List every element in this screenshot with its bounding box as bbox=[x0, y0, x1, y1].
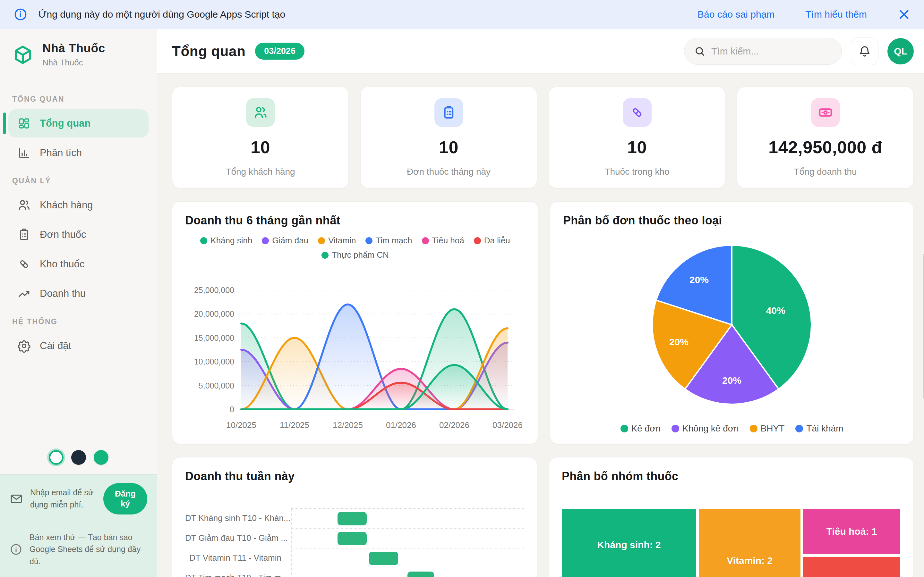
treemap-cell: Vitamin: 2 bbox=[699, 509, 800, 577]
sidebar-item-kho-thuốc[interactable]: Kho thuốc bbox=[8, 250, 149, 278]
legend-dot bbox=[318, 237, 325, 244]
stat-card: 10Tổng khách hàng bbox=[172, 87, 349, 189]
close-icon bbox=[898, 8, 911, 21]
sidebar-item-cài-đặt[interactable]: Cài đặt bbox=[8, 332, 149, 360]
rx-type-pie-card: Phân bố đơn thuốc theo loại 40%20%20%20%… bbox=[550, 201, 914, 444]
trend-up-icon bbox=[17, 287, 31, 300]
sidebar-item-tổng-quan[interactable]: Tổng quan bbox=[8, 109, 149, 137]
sidebar-item-label: Đơn thuốc bbox=[40, 229, 86, 240]
legend-item[interactable]: Giảm đau bbox=[262, 235, 309, 245]
stat-value: 10 bbox=[250, 137, 270, 157]
legend-item[interactable]: Tái khám bbox=[795, 424, 843, 434]
legend-item[interactable]: Tiêu hoá bbox=[422, 235, 464, 245]
signup-button[interactable]: Đăng ký bbox=[103, 483, 147, 514]
nav-section-label: QUẢN LÝ bbox=[12, 177, 145, 185]
timeline-row-label: DT Giảm đau T10 - Giảm ... bbox=[185, 533, 291, 543]
search-input[interactable] bbox=[711, 46, 832, 57]
sidebar-item-label: Cài đặt bbox=[40, 340, 71, 351]
gear-icon bbox=[17, 339, 31, 353]
svg-text:11/2025: 11/2025 bbox=[280, 420, 309, 430]
sidebar-item-khách-hàng[interactable]: Khách hàng bbox=[8, 191, 149, 219]
legend-item[interactable]: Không kê đơn bbox=[672, 424, 739, 434]
brand-subtitle: Nhà Thuốc bbox=[42, 58, 105, 68]
svg-text:40%: 40% bbox=[766, 305, 785, 316]
svg-text:03/2026: 03/2026 bbox=[493, 420, 523, 430]
timeline-row: DT Kháng sinh T10 - Khán... bbox=[185, 508, 524, 528]
close-banner-button[interactable] bbox=[898, 8, 911, 21]
legend-dot bbox=[262, 237, 269, 244]
svg-text:20%: 20% bbox=[669, 337, 688, 347]
svg-text:0: 0 bbox=[230, 405, 234, 414]
report-abuse-link[interactable]: Báo cáo sai phạm bbox=[698, 9, 774, 20]
main-content: 10Tổng khách hàng10Đơn thuốc tháng này10… bbox=[157, 74, 924, 577]
svg-text:20%: 20% bbox=[722, 375, 741, 386]
theme-dot-green[interactable] bbox=[94, 450, 108, 465]
gas-warning-banner: Ứng dụng này do một người dùng Google Ap… bbox=[0, 0, 924, 29]
theme-dot-dark[interactable] bbox=[71, 450, 86, 465]
sidebar-item-label: Kho thuốc bbox=[40, 258, 85, 270]
legend-dot bbox=[795, 425, 803, 432]
legend-item[interactable]: BHYT bbox=[750, 424, 785, 434]
stat-label: Đơn thuốc tháng này bbox=[407, 167, 491, 177]
info-icon bbox=[10, 543, 23, 556]
legend-dot bbox=[620, 425, 628, 432]
legend-dot bbox=[750, 425, 758, 432]
sidebar-item-doanh-thu[interactable]: Doanh thu bbox=[8, 279, 149, 308]
notifications-button[interactable] bbox=[851, 37, 879, 65]
brand-name: Nhà Thuốc bbox=[42, 42, 105, 55]
avatar[interactable]: QL bbox=[887, 38, 914, 64]
treemap-cell bbox=[803, 557, 900, 577]
legend-item[interactable]: Tim mạch bbox=[365, 235, 412, 245]
search-icon bbox=[694, 45, 706, 57]
pill-icon bbox=[17, 258, 31, 271]
chart-title: Phân bố đơn thuốc theo loại bbox=[563, 214, 901, 227]
legend-dot bbox=[200, 237, 207, 244]
stat-card: 10Thuốc trong kho bbox=[549, 87, 725, 189]
nav-section-label: HỆ THỐNG bbox=[12, 318, 145, 326]
treemap-cell-label: Kháng sinh: 2 bbox=[562, 540, 696, 550]
timeline-bar bbox=[338, 532, 367, 545]
area-chart: 05,000,00010,000,00015,000,00020,000,000… bbox=[185, 264, 525, 439]
sidebar-item-phân-tích[interactable]: Phân tích bbox=[8, 139, 149, 167]
svg-text:01/2026: 01/2026 bbox=[386, 420, 416, 430]
sidebar-item-đơn-thuốc[interactable]: Đơn thuốc bbox=[8, 221, 149, 249]
timeline-axis bbox=[291, 508, 292, 577]
sidebar: Nhà Thuốc Nhà Thuốc TỔNG QUANTổng quanPh… bbox=[0, 29, 157, 577]
topbar: Tổng quan 03/2026 QL bbox=[157, 29, 924, 74]
treemap-cell: Tiêu hoá: 1 bbox=[803, 509, 900, 554]
svg-text:12/2025: 12/2025 bbox=[333, 420, 363, 430]
timeline-row: DT Tim mạch T10 - Tim m... bbox=[185, 568, 524, 577]
sidebar-item-label: Doanh thu bbox=[40, 288, 86, 300]
timeline-bar bbox=[338, 512, 367, 525]
dashboard-icon bbox=[17, 117, 31, 130]
legend-item[interactable]: Vitamin bbox=[318, 235, 356, 245]
legend-item[interactable]: Da liễu bbox=[474, 235, 510, 245]
email-promo-panel: Nhập email để sử dụng miễn phí. Đăng ký bbox=[0, 474, 157, 523]
svg-text:20,000,000: 20,000,000 bbox=[194, 309, 234, 318]
chart-title: Doanh thu tuần này bbox=[185, 470, 524, 483]
scrollbar-thumb[interactable] bbox=[923, 253, 924, 399]
pill-icon bbox=[630, 105, 645, 120]
search-box bbox=[684, 38, 842, 65]
legend-item[interactable]: Kháng sinh bbox=[200, 235, 252, 245]
stat-value: 142,950,000 đ bbox=[768, 137, 882, 157]
theme-dot-light[interactable] bbox=[49, 450, 63, 465]
nav-section-label: TỔNG QUAN bbox=[12, 95, 145, 103]
treemap-cell-label: Vitamin: 2 bbox=[699, 555, 800, 566]
legend-dot bbox=[422, 237, 429, 244]
sidebar-item-label: Tổng quan bbox=[40, 118, 90, 129]
legend-item[interactable]: Kê đơn bbox=[620, 424, 661, 434]
area-chart-legend: Kháng sinhGiảm đauVitaminTim mạchTiêu ho… bbox=[195, 235, 515, 260]
page-title: Tổng quan bbox=[172, 43, 246, 59]
learn-more-link[interactable]: Tìm hiểu thêm bbox=[805, 9, 867, 20]
svg-text:02/2026: 02/2026 bbox=[439, 420, 469, 430]
legend-item[interactable]: Thực phẩm CN bbox=[321, 250, 389, 260]
stat-value: 10 bbox=[439, 137, 459, 157]
sidebar-nav: TỔNG QUANTổng quanPhân tíchQUẢN LÝKhách … bbox=[0, 80, 157, 443]
svg-text:20%: 20% bbox=[690, 274, 709, 285]
drug-group-treemap-card: Phân bố nhóm thuốc Kháng sinh: 2Vitamin:… bbox=[549, 457, 914, 577]
email-promo-text: Nhập email để sử dụng miễn phí. bbox=[30, 487, 96, 511]
brand: Nhà Thuốc Nhà Thuốc bbox=[0, 29, 157, 80]
stat-card: 142,950,000 đTổng doanh thu bbox=[737, 87, 914, 189]
stat-label: Tổng khách hàng bbox=[226, 167, 295, 177]
